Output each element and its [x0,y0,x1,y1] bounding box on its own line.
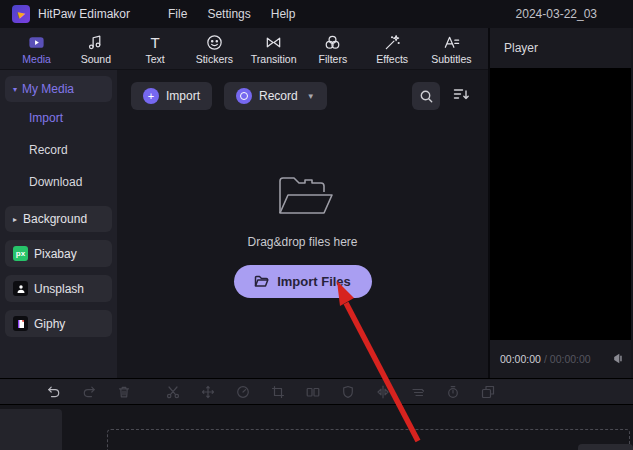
sidebar-item-unsplash[interactable]: Unsplash [5,275,112,302]
track-header[interactable] [0,409,62,450]
undo-icon[interactable] [46,384,61,399]
text-icon: T [151,33,160,52]
tab-transition[interactable]: Transition [245,33,302,65]
tab-subtitles[interactable]: Subtitles [423,33,480,65]
tab-filters[interactable]: Filters [304,33,361,65]
project-date-label: 2024-03-22_03 [516,7,597,21]
redo-icon[interactable] [81,384,96,399]
edimakor-window: ▶ HitPaw Edimakor File Settings Help 202… [0,0,633,450]
media-sidebar: ▾ My Media Import Record Download ▸ Back… [0,70,117,378]
mask-icon[interactable] [340,384,355,399]
sidebar-item-pixabay[interactable]: px Pixabay [5,240,112,267]
folder-icon [254,275,269,288]
chevron-right-icon: ▸ [13,215,17,224]
rotate-icon[interactable] [445,384,460,399]
crop-icon[interactable] [270,384,285,399]
align-icon[interactable] [410,384,425,399]
player-title: Player [490,28,631,68]
sidebar-item-background[interactable]: ▸ Background [5,206,112,232]
tab-effects[interactable]: Effects [364,33,421,65]
sidebar-item-my-media[interactable]: ▾ My Media [5,76,112,102]
menu-help[interactable]: Help [271,7,296,21]
move-icon[interactable] [200,384,215,399]
menu-bar: ▶ HitPaw Edimakor File Settings Help 202… [0,0,633,28]
speaker-icon[interactable] [610,352,623,367]
sidebar-item-giphy[interactable]: Giphy [5,310,112,337]
cut-icon[interactable] [165,384,180,399]
media-library-panel: + Import Record ▼ [117,70,488,378]
delete-icon[interactable] [116,384,131,399]
tab-text[interactable]: T Text [127,33,184,65]
app-title: HitPaw Edimakor [38,7,130,21]
sound-icon [86,33,105,52]
app-logo-icon: ▶ [12,5,30,23]
current-time: 00:00:00 [500,353,541,365]
video-preview[interactable] [490,68,631,340]
timeline-area [0,404,633,450]
sort-icon [452,85,470,103]
total-time: 00:00:00 [550,353,591,365]
player-time-row: 00:00:00 / 00:00:00 [490,340,631,378]
dropzone[interactable]: Drag&drop files here Import Files [131,102,474,366]
sidebar-item-import[interactable]: Import [5,102,112,134]
menu-file[interactable]: File [168,7,187,21]
transition-icon [264,33,283,52]
subtitles-icon [442,33,461,52]
pixabay-icon: px [13,246,28,261]
group-icon[interactable] [480,384,495,399]
timeline-corner-box [578,444,633,450]
player-panel: Player 00:00:00 / 00:00:00 [490,28,631,378]
open-folder-icon [272,171,334,221]
tab-media[interactable]: Media [8,33,65,65]
mirror-icon[interactable] [375,384,390,399]
dropzone-hint: Drag&drop files here [247,235,357,249]
ribbon-tab-bar: Media Sound T Text Stickers Transition [0,28,488,70]
edit-toolbar [0,378,633,404]
sidebar-item-record[interactable]: Record [5,134,112,166]
speed-icon[interactable] [235,384,250,399]
split-icon[interactable] [305,384,320,399]
tab-sound[interactable]: Sound [67,33,124,65]
import-files-button[interactable]: Import Files [234,265,372,298]
unsplash-icon [13,281,28,296]
filters-icon [323,33,342,52]
sidebar-item-download[interactable]: Download [5,166,112,198]
chevron-down-icon: ▾ [13,85,17,94]
timeline-dropzone[interactable] [107,429,630,450]
giphy-icon [13,316,28,331]
media-icon [27,33,46,52]
effects-icon [383,33,402,52]
stickers-icon [205,33,224,52]
chevron-down-icon: ▼ [307,92,315,101]
menu-settings[interactable]: Settings [207,7,250,21]
tab-stickers[interactable]: Stickers [186,33,243,65]
